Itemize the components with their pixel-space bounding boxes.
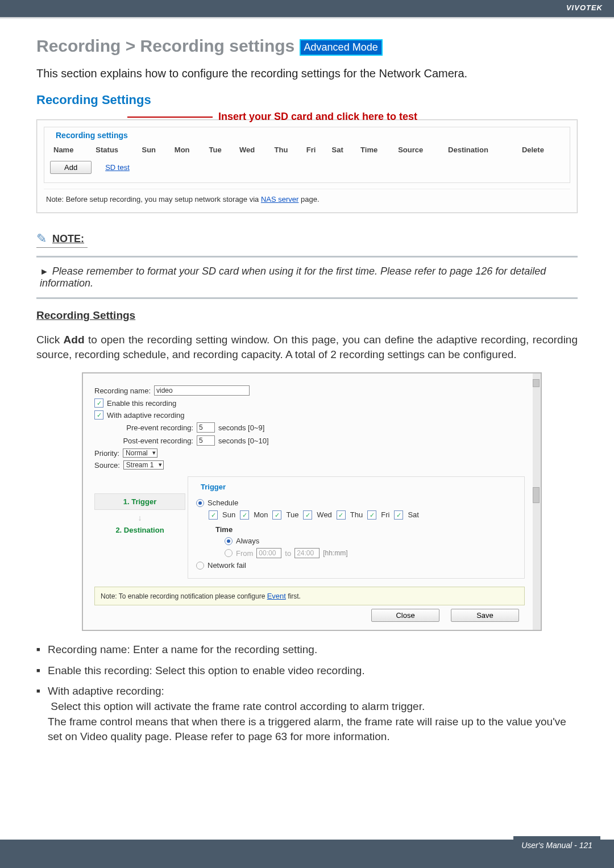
nas-note: Note: Before setup recording, you may se…	[44, 189, 570, 209]
subsection-heading: Recording Settings	[36, 309, 578, 322]
col-wed: Wed	[236, 143, 271, 156]
day-tue-checkbox[interactable]: ✓	[272, 510, 281, 520]
page-title: Recording > Recording settings Advanced …	[36, 36, 578, 56]
trigger-legend: Trigger	[198, 483, 228, 491]
source-select[interactable]: Stream 1	[123, 460, 164, 470]
day-fri-checkbox[interactable]: ✓	[367, 510, 376, 520]
col-name: Name	[50, 143, 92, 156]
adaptive-checkbox[interactable]: ✓	[94, 410, 103, 420]
col-sat: Sat	[329, 143, 358, 156]
nas-server-link[interactable]: NAS server	[261, 195, 298, 203]
recording-settings-panel: Recording settings Name Status Sun Mon T…	[36, 119, 578, 213]
col-time: Time	[357, 143, 395, 156]
col-sun: Sun	[138, 143, 171, 156]
day-mon-checkbox[interactable]: ✓	[240, 510, 249, 520]
priority-label: Priority:	[94, 449, 119, 458]
networkfail-radio[interactable]	[196, 562, 204, 570]
col-delete: Delete	[518, 143, 564, 156]
day-sun-checkbox[interactable]: ✓	[209, 510, 218, 520]
bullet-recording-name: Recording name: Enter a name for the rec…	[36, 642, 578, 658]
always-label: Always	[236, 537, 259, 545]
recording-table: Name Status Sun Mon Tue Wed Thu Fri Sat …	[50, 143, 564, 156]
adaptive-label: With adaptive recording	[107, 411, 185, 420]
pre-event-range: seconds [0~9]	[218, 423, 264, 432]
source-label: Source:	[94, 461, 120, 470]
from-label: From	[236, 549, 253, 558]
arrow-down-icon: ↓	[94, 513, 185, 522]
note-box: ✎ NOTE:	[36, 231, 578, 248]
save-button[interactable]: Save	[451, 609, 519, 622]
schedule-radio[interactable]	[196, 499, 204, 507]
callout-line	[127, 117, 213, 118]
pre-event-label: Pre-event recording:	[114, 423, 193, 432]
step-destination[interactable]: 2. Destination	[94, 526, 185, 534]
enable-label: Enable this recording	[107, 399, 176, 408]
advanced-mode-badge: Advanced Mode	[300, 39, 383, 56]
always-radio[interactable]	[225, 537, 233, 545]
recording-name-input[interactable]: video	[154, 385, 250, 396]
settings-screenshot: Recording name: video ✓ Enable this reco…	[82, 372, 542, 631]
add-button[interactable]: Add	[50, 161, 92, 174]
to-input[interactable]: 24:00	[294, 548, 320, 558]
to-label: to	[285, 549, 291, 558]
brand-label: VIVOTEK	[0, 0, 614, 12]
scrollbar-thumb[interactable]	[533, 487, 540, 503]
scrollbar-up-icon[interactable]	[533, 379, 540, 387]
note-body: ►Please remember to format your SD card …	[36, 265, 578, 289]
day-checkboxes: ✓Sun ✓Mon ✓Tue ✓Wed ✓Thu ✓Fri ✓Sat	[209, 510, 516, 520]
close-button[interactable]: Close	[371, 609, 439, 622]
enable-checkbox[interactable]: ✓	[94, 398, 103, 408]
step-trigger[interactable]: 1. Trigger	[94, 493, 185, 510]
day-thu-checkbox[interactable]: ✓	[337, 510, 346, 520]
from-radio[interactable]	[225, 549, 233, 557]
lead-paragraph: This section explains how to configure t…	[36, 67, 578, 80]
time-label: Time	[215, 525, 233, 534]
col-destination: Destination	[445, 143, 518, 156]
priority-select[interactable]: Normal	[123, 448, 157, 458]
from-input[interactable]: 00:00	[256, 548, 281, 558]
day-wed-checkbox[interactable]: ✓	[303, 510, 312, 520]
bullet-list: Recording name: Enter a name for the rec…	[36, 642, 578, 745]
pen-icon: ✎	[36, 231, 47, 246]
sd-callout: Insert your SD card and click here to te…	[218, 111, 417, 123]
bullet-adaptive: With adaptive recording: Select this opt…	[36, 684, 578, 744]
networkfail-label: Network fail	[208, 561, 246, 570]
section-heading: Recording Settings	[36, 93, 578, 107]
recording-name-label: Recording name:	[94, 387, 151, 395]
post-event-input[interactable]: 5	[197, 435, 215, 446]
body-paragraph: Click Add to open the recording setting …	[36, 333, 578, 362]
col-tue: Tue	[206, 143, 237, 156]
event-note: Note: To enable recording notification p…	[94, 587, 525, 605]
col-thu: Thu	[271, 143, 303, 156]
post-event-label: Post-event recording:	[114, 437, 193, 445]
day-sat-checkbox[interactable]: ✓	[394, 510, 403, 520]
col-source: Source	[395, 143, 445, 156]
col-fri: Fri	[303, 143, 329, 156]
col-status: Status	[92, 143, 138, 156]
title-text: Recording > Recording settings	[36, 36, 294, 55]
post-event-range: seconds [0~10]	[218, 437, 269, 445]
col-mon: Mon	[171, 143, 206, 156]
note-label: NOTE:	[52, 233, 84, 245]
sd-test-link[interactable]: SD test	[105, 163, 130, 172]
schedule-label: Schedule	[208, 499, 238, 507]
page-footer: User's Manual - 121	[513, 836, 600, 854]
event-link[interactable]: Event	[267, 592, 286, 600]
pre-event-input[interactable]: 5	[197, 422, 215, 433]
panel-legend: Recording settings	[53, 131, 130, 140]
hhmm-label: [hh:mm]	[323, 549, 347, 557]
bullet-enable: Enable this recording: Select this optio…	[36, 663, 578, 679]
